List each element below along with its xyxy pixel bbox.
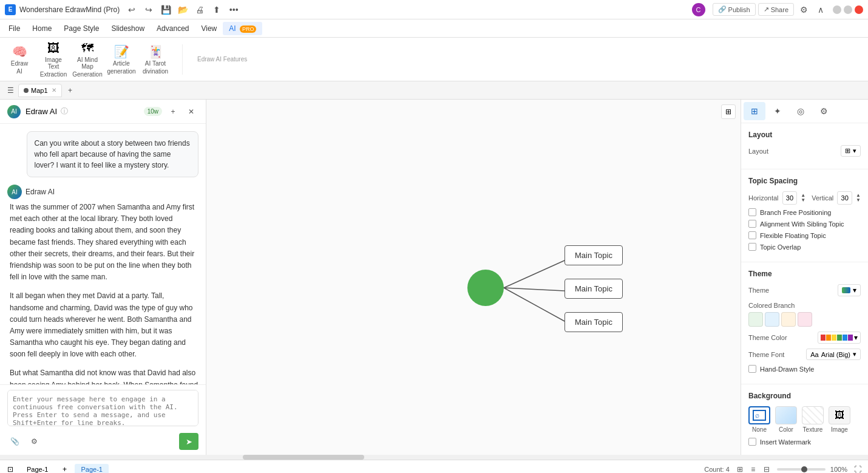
tab-add-button[interactable]: + <box>64 84 76 97</box>
view-icon-2[interactable]: ≡ <box>748 464 759 474</box>
alignment-sibling-checkbox[interactable] <box>748 220 756 228</box>
layout-select[interactable]: ⊞ ▾ <box>841 145 861 157</box>
main-content: AI Edraw AI ⓘ 10w + ✕ Can you write abou… <box>0 100 868 455</box>
horizontal-input[interactable]: 30 <box>782 191 798 205</box>
publish-button[interactable]: 🔗Publish <box>713 3 756 16</box>
bg-texture-icon <box>802 406 824 424</box>
ai-attach-button[interactable]: 📎 <box>7 434 22 449</box>
right-panel: ⊞ ✦ ◎ ⚙ Layout Layout ⊞ ▾ Topic Spacing … <box>741 100 868 455</box>
hand-drawn-checkbox[interactable] <box>748 365 756 373</box>
flexible-floating-checkbox[interactable] <box>748 231 756 239</box>
page1-tab-1[interactable]: Page-1 <box>21 464 54 474</box>
tab-location[interactable]: ◎ <box>790 102 812 120</box>
topic-box-2[interactable]: Main Topic <box>565 279 623 299</box>
redo-button[interactable]: ↪ <box>141 2 156 17</box>
flexible-floating-label: Flexible Floating Topic <box>760 232 826 239</box>
user-avatar[interactable]: C <box>692 3 705 16</box>
branch-free-label: Branch Free Positioning <box>760 209 831 216</box>
chevron-down-icon: ▾ <box>853 147 856 155</box>
open-button[interactable]: 📂 <box>175 2 190 17</box>
print-button[interactable]: 🖨 <box>192 2 207 17</box>
ai-send-button[interactable]: ➤ <box>179 433 198 450</box>
scrollbar-thumb[interactable] <box>243 455 364 460</box>
bg-none-option[interactable]: ∅ None <box>748 406 770 433</box>
tab-close-icon[interactable]: ✕ <box>52 87 56 94</box>
ai-panel-title: Edraw AI <box>25 107 57 116</box>
theme-font-select[interactable]: Aa Arial (Big) ▾ <box>806 349 861 360</box>
topic-box-1[interactable]: Main Topic <box>565 245 623 265</box>
horizontal-down-arrow[interactable]: ▼ <box>801 198 805 203</box>
topic-overlap-row: Topic Overlap <box>748 243 861 251</box>
branch-free-checkbox[interactable] <box>748 208 756 216</box>
export-button[interactable]: ⬆ <box>209 2 224 17</box>
bg-color-label: Color <box>779 426 793 433</box>
zoom-slider[interactable] <box>777 468 826 471</box>
ai-close-button[interactable]: ✕ <box>184 104 198 119</box>
settings-button[interactable]: ⚙ <box>796 2 811 17</box>
branch-swatch-1[interactable] <box>748 312 763 327</box>
close-button[interactable] <box>855 5 863 14</box>
vertical-down-arrow[interactable]: ▼ <box>856 198 861 203</box>
article-gen-button[interactable]: 📝 Article generation <box>109 47 134 72</box>
menu-page-style[interactable]: Page Style <box>58 22 105 35</box>
panel-collapse-button[interactable]: ⊞ <box>721 104 736 119</box>
ai-template-button[interactable]: ⚙ <box>27 434 41 449</box>
more-button[interactable]: ••• <box>226 2 241 17</box>
theme-section-title: Theme <box>748 270 861 278</box>
ai-tarot-button[interactable]: 🃏 AI Tarot divination <box>143 47 168 72</box>
bg-texture-option[interactable]: Texture <box>802 406 824 433</box>
menu-home[interactable]: Home <box>26 22 58 35</box>
watermark-checkbox[interactable] <box>748 438 756 446</box>
topic-spacing-section: Topic Spacing Horizontal 30 ▲ ▼ Vertical… <box>741 169 868 262</box>
menu-file[interactable]: File <box>2 22 26 35</box>
branch-swatch-2[interactable] <box>765 312 779 327</box>
ai-add-button[interactable]: + <box>166 104 180 119</box>
tab-gear[interactable]: ⚙ <box>813 102 835 120</box>
canvas-area[interactable]: Main Topic Main Topic Main Topic ⊞ <box>206 100 741 455</box>
horizontal-scrollbar[interactable] <box>0 455 868 460</box>
tab-map1[interactable]: Map1 ✕ <box>18 84 62 97</box>
theme-color-select[interactable]: ▾ <box>818 332 861 344</box>
branch-swatch-4[interactable] <box>798 312 812 327</box>
tab-magic[interactable]: ✦ <box>767 102 788 120</box>
menu-view[interactable]: View <box>195 22 223 35</box>
bg-image-option[interactable]: 🖼 Image <box>829 406 850 433</box>
edraw-ai-button[interactable]: 🧠 Edraw AI <box>7 47 32 72</box>
fullscreen-button[interactable]: ⛶ <box>852 464 863 474</box>
undo-button[interactable]: ↩ <box>124 2 139 17</box>
zoom-thumb[interactable] <box>801 466 807 472</box>
ai-mindmap-button[interactable]: 🗺 AI Mind Map Generation <box>75 47 100 72</box>
save-button[interactable]: 💾 <box>158 2 173 17</box>
tab-layout[interactable]: ⊞ <box>744 102 765 120</box>
layout-section-title: Layout <box>748 131 861 139</box>
share-button[interactable]: ↗Share <box>758 3 794 16</box>
topic-overlap-checkbox[interactable] <box>748 243 756 251</box>
bg-color-option[interactable]: Color <box>775 406 797 433</box>
sidebar-toggle[interactable]: ☰ <box>5 85 16 96</box>
branch-swatch-3[interactable] <box>781 312 796 327</box>
central-node[interactable] <box>467 270 504 306</box>
ai-input[interactable] <box>7 390 198 426</box>
tab-dot <box>24 88 29 93</box>
image-text-button[interactable]: 🖼 Image Text Extraction <box>41 47 66 72</box>
vertical-input[interactable]: 30 <box>837 191 852 205</box>
alignment-sibling-row: Alignment With Sibling Topic <box>748 220 861 228</box>
minimize-button[interactable] <box>833 5 841 14</box>
page-add-button[interactable]: + <box>59 464 70 474</box>
svg-line-1 <box>504 288 565 291</box>
word-count-badge: 10w <box>144 107 162 116</box>
view-icon-3[interactable]: ⊟ <box>761 464 772 474</box>
page1-tab-2[interactable]: Page-1 <box>75 464 108 474</box>
menu-slideshow[interactable]: Slideshow <box>105 22 151 35</box>
theme-select[interactable]: ▾ <box>838 284 861 296</box>
ai-help-icon[interactable]: ⓘ <box>61 106 68 117</box>
topic-box-3[interactable]: Main Topic <box>565 312 623 332</box>
expand-icon[interactable]: ⊡ <box>5 464 16 474</box>
menu-advanced[interactable]: Advanced <box>151 22 195 35</box>
menu-ai[interactable]: AI PRO <box>223 22 262 35</box>
view-icon-1[interactable]: ⊞ <box>734 464 745 474</box>
bg-options: ∅ None Color Texture 🖼 Imag <box>748 406 861 433</box>
collapse-button[interactable]: ∧ <box>813 2 828 17</box>
right-panel-tabs: ⊞ ✦ ◎ ⚙ <box>741 100 868 123</box>
maximize-button[interactable] <box>844 5 852 14</box>
